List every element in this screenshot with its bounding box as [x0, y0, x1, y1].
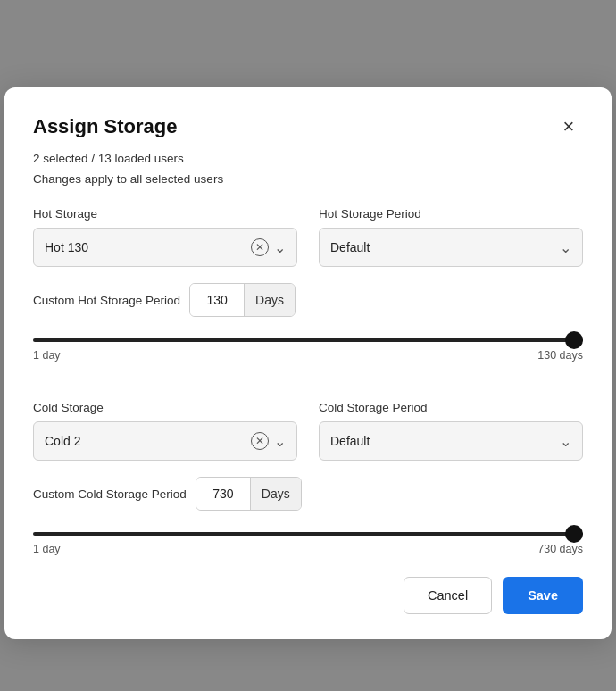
modal-subtitle-line1: 2 selected / 13 loaded users [33, 150, 583, 168]
custom-cold-period-row: Custom Cold Storage Period Days [33, 477, 583, 511]
hot-period-select[interactable]: Default ⌄ [319, 228, 583, 267]
save-button[interactable]: Save [503, 577, 583, 614]
cold-days-unit: Days [250, 478, 301, 510]
hot-period-label: Hot Storage Period [319, 207, 583, 221]
hot-period-col: Hot Storage Period Default ⌄ [319, 207, 583, 267]
hot-storage-label: Hot Storage [33, 207, 297, 221]
hot-days-unit: Days [244, 284, 295, 316]
hot-storage-col: Hot Storage Hot 130 ✕ ⌄ [33, 207, 297, 267]
hot-storage-value: Hot 130 [45, 240, 88, 254]
cold-slider-container [33, 523, 583, 539]
hot-storage-clear-icon[interactable]: ✕ [251, 238, 269, 256]
cold-storage-select[interactable]: Cold 2 ✕ ⌄ [33, 421, 297, 461]
hot-days-input[interactable] [190, 284, 244, 316]
cold-storage-value: Cold 2 [45, 434, 80, 448]
cold-period-select[interactable]: Default ⌄ [319, 421, 583, 461]
cancel-button[interactable]: Cancel [404, 577, 492, 614]
hot-days-input-group: Days [189, 283, 296, 317]
cold-days-input-group: Days [196, 477, 302, 511]
footer-actions: Cancel Save [33, 577, 583, 614]
hot-period-chevron-icon: ⌄ [560, 239, 571, 256]
hot-storage-slider[interactable] [33, 338, 583, 342]
hot-slider-container [33, 329, 583, 346]
cold-storage-label: Cold Storage [33, 401, 297, 414]
modal-overlay: Assign Storage × 2 selected / 13 loaded … [4, 18, 612, 691]
hot-storage-select[interactable]: Hot 130 ✕ ⌄ [33, 228, 297, 267]
cold-slider-max-label: 730 days [537, 543, 583, 555]
cold-period-label: Cold Storage Period [319, 401, 583, 414]
modal-title: Assign Storage [33, 115, 177, 138]
cold-slider-labels: 1 day 730 days [33, 543, 583, 555]
assign-storage-modal: Assign Storage × 2 selected / 13 loaded … [4, 87, 612, 640]
cold-storage-chevron-icon: ⌄ [274, 433, 286, 450]
cold-storage-slider[interactable] [33, 532, 583, 536]
hot-slider-max-label: 130 days [537, 349, 583, 362]
cold-period-chevron-icon: ⌄ [560, 433, 571, 450]
cold-storage-clear-icon[interactable]: ✕ [251, 432, 269, 450]
hot-storage-row: Hot Storage Hot 130 ✕ ⌄ Hot Storage Peri… [33, 207, 583, 267]
hot-slider-labels: 1 day 130 days [33, 349, 583, 362]
close-button[interactable]: × [554, 112, 583, 141]
hot-period-value: Default [330, 240, 370, 254]
custom-cold-period-label: Custom Cold Storage Period [33, 487, 187, 501]
hot-storage-chevron-icon: ⌄ [274, 239, 286, 256]
cold-storage-row: Cold Storage Cold 2 ✕ ⌄ Cold Storage Per… [33, 401, 583, 461]
custom-hot-period-label: Custom Hot Storage Period [33, 294, 180, 307]
cold-period-value: Default [330, 434, 370, 448]
cold-slider-min-label: 1 day [33, 543, 61, 555]
custom-hot-period-row: Custom Hot Storage Period Days [33, 283, 583, 317]
cold-storage-col: Cold Storage Cold 2 ✕ ⌄ [33, 401, 297, 461]
modal-subtitle-line2: Changes apply to all selected users [33, 171, 583, 188]
modal-header: Assign Storage × [33, 112, 583, 141]
cold-storage-selected-text: Cold 2 [45, 434, 80, 448]
cold-period-col: Cold Storage Period Default ⌄ [319, 401, 583, 461]
cold-days-input[interactable] [196, 478, 250, 510]
hot-storage-selected-text: Hot 130 [45, 240, 88, 254]
hot-slider-min-label: 1 day [33, 349, 61, 362]
